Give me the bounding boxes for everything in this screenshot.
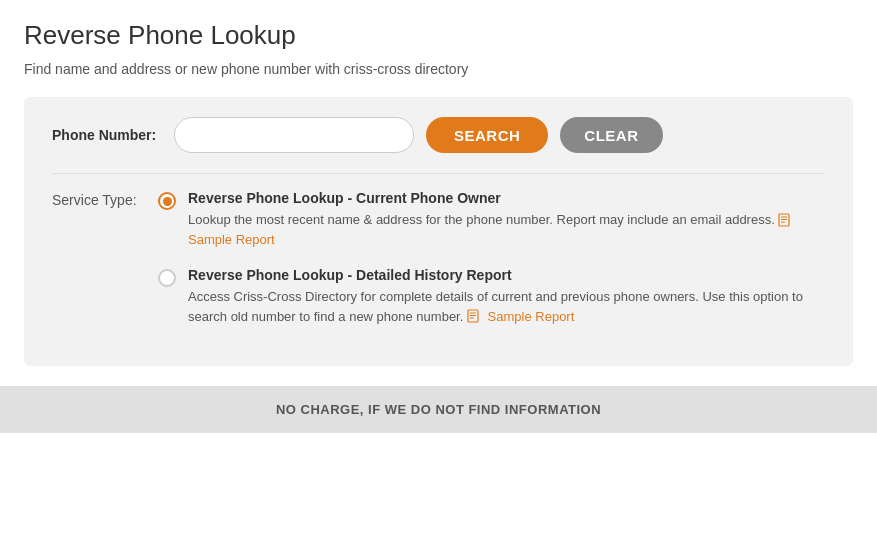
- option-content-history: Reverse Phone Lookup - Detailed History …: [188, 267, 825, 326]
- service-row: Service Type: Reverse Phone Lookup - Cur…: [52, 190, 825, 346]
- service-option-current[interactable]: Reverse Phone Lookup - Current Phone Own…: [158, 190, 825, 249]
- option-content-current: Reverse Phone Lookup - Current Phone Own…: [188, 190, 825, 249]
- option-title-history: Reverse Phone Lookup - Detailed History …: [188, 267, 825, 283]
- sample-link-current[interactable]: Sample Report: [188, 232, 275, 247]
- page-subtitle: Find name and address or new phone numbe…: [24, 61, 853, 77]
- service-option-history[interactable]: Reverse Phone Lookup - Detailed History …: [158, 267, 825, 326]
- radio-history[interactable]: [158, 269, 176, 287]
- phone-label: Phone Number:: [52, 127, 162, 143]
- footer-notice: NO CHARGE, IF WE DO NOT FIND INFORMATION: [0, 386, 877, 433]
- option-desc-history: Access Criss-Cross Directory for complet…: [188, 287, 825, 326]
- clear-button[interactable]: CLEAR: [560, 117, 662, 153]
- sample-link-history[interactable]: Sample Report: [488, 309, 575, 324]
- service-options: Reverse Phone Lookup - Current Phone Own…: [158, 190, 825, 326]
- option-desc-current: Lookup the most recent name & address fo…: [188, 210, 825, 249]
- form-section: Phone Number: SEARCH CLEAR Service Type:…: [24, 97, 853, 366]
- page-title: Reverse Phone Lookup: [24, 20, 853, 51]
- sample-report-icon-1: [778, 213, 792, 227]
- option-title-current: Reverse Phone Lookup - Current Phone Own…: [188, 190, 825, 206]
- radio-current[interactable]: [158, 192, 176, 210]
- divider: [52, 173, 825, 174]
- sample-report-icon-2: [467, 309, 481, 323]
- phone-input[interactable]: [174, 117, 414, 153]
- phone-row: Phone Number: SEARCH CLEAR: [52, 117, 825, 153]
- service-type-label: Service Type:: [52, 190, 142, 208]
- search-button[interactable]: SEARCH: [426, 117, 548, 153]
